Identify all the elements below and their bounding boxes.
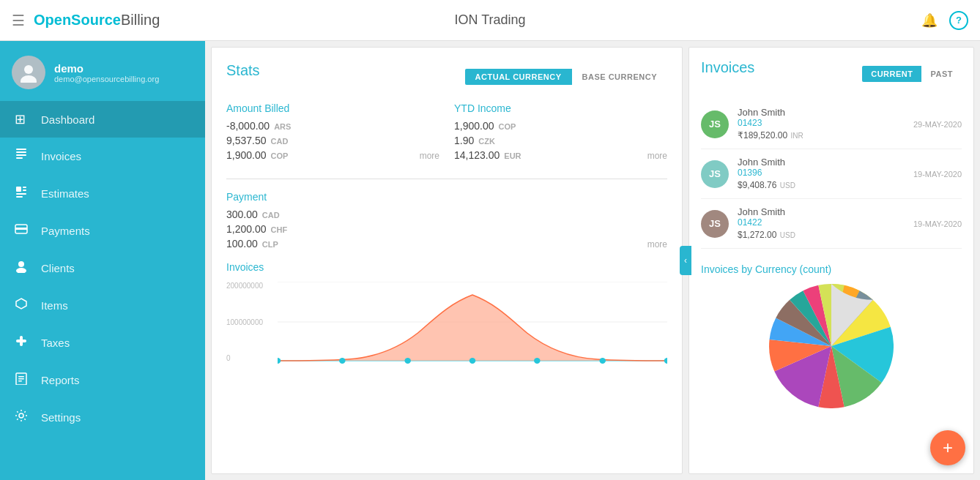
svg-point-30: [534, 358, 541, 364]
amount-billed-title: Amount Billed: [226, 102, 439, 114]
svg-marker-15: [16, 299, 26, 309]
avatar: JS: [701, 110, 729, 138]
main-layout: demo demo@opensourcebilling.org ⊞ Dashbo…: [0, 41, 980, 480]
stat-currency: COP: [271, 151, 289, 160]
collapse-panel-tab[interactable]: ‹: [680, 246, 691, 275]
sidebar-item-invoices[interactable]: Invoices: [0, 138, 205, 175]
stat-row: 9,537.50 CAD: [226, 135, 439, 146]
svg-rect-9: [16, 193, 26, 195]
ytd-income-title: YTD Income: [454, 102, 667, 114]
reports-icon: [15, 372, 35, 389]
svg-rect-8: [23, 190, 26, 191]
stat-row: 1.90 CZK: [454, 135, 667, 146]
settings-icon: [15, 409, 35, 426]
ytd-income-more[interactable]: more: [647, 151, 667, 161]
invoice-amount: ₹189,520.00 INR: [738, 128, 903, 141]
stat-value: 14,123.00: [454, 149, 500, 161]
stat-currency: CAD: [271, 137, 289, 146]
sidebar-item-clients[interactable]: Clients: [0, 250, 205, 287]
base-currency-button[interactable]: BASE CURRENCY: [572, 69, 667, 85]
help-icon[interactable]: ?: [949, 11, 968, 30]
svg-point-31: [599, 358, 606, 364]
pie-chart-title: Invoices by Currency (count): [701, 263, 962, 275]
amount-billed-more[interactable]: more: [420, 151, 439, 161]
stat-value: 1,200.00: [226, 223, 267, 235]
pie-chart-svg: [769, 284, 894, 408]
stat-currency: CLP: [262, 240, 278, 249]
svg-rect-21: [18, 380, 22, 382]
svg-rect-20: [18, 378, 24, 380]
sidebar-item-reports[interactable]: Reports: [0, 361, 205, 399]
ytd-income-section: YTD Income 1,900.00 COP 1.90 CZK 14,123.…: [454, 102, 667, 164]
stats-title: Stats: [226, 62, 260, 79]
app-logo: OpenSourceBilling: [34, 12, 160, 29]
svg-point-0: [24, 65, 33, 74]
svg-rect-12: [15, 228, 27, 230]
sidebar-item-label: Settings: [41, 411, 81, 424]
invoice-number[interactable]: 01423: [738, 118, 903, 128]
sidebar-item-payments[interactable]: Payments: [0, 212, 205, 250]
current-invoices-button[interactable]: CURRENT: [862, 66, 921, 82]
stat-value: 1,900.00: [454, 120, 494, 132]
svg-rect-4: [16, 154, 26, 156]
invoice-date: 19-MAY-2020: [903, 170, 962, 179]
clients-icon: [15, 260, 35, 277]
invoice-client-name: John Smith: [738, 206, 903, 217]
stat-value: -8,000.00: [226, 120, 270, 132]
invoice-info: John Smith 01396 $9,408.76 USD: [738, 157, 903, 191]
y-label-bottom: 0: [226, 354, 263, 362]
stat-row: 1,900.00 COP: [454, 120, 667, 132]
invoice-item[interactable]: JS John Smith 01422 $1,272.00 USD 19-MAY…: [701, 199, 962, 249]
sidebar-profile: demo demo@opensourcebilling.org: [0, 41, 205, 101]
invoice-item[interactable]: JS John Smith 01396 $9,408.76 USD 19-MAY…: [701, 149, 962, 199]
fab-button[interactable]: +: [930, 430, 965, 465]
stats-grid: Amount Billed -8,000.00 ARS 9,537.50 CAD…: [226, 102, 667, 164]
amount-billed-section: Amount Billed -8,000.00 ARS 9,537.50 CAD…: [226, 102, 439, 164]
y-label-top: 200000000: [226, 282, 263, 290]
stat-currency: CZK: [478, 137, 495, 146]
avatar: JS: [701, 160, 729, 188]
stat-currency: ARS: [274, 122, 291, 131]
invoices-panel-title: Invoices: [701, 59, 754, 76]
topnav-actions: 🔔 ?: [921, 11, 968, 30]
actual-currency-button[interactable]: ACTUAL CURRENCY: [465, 69, 572, 85]
sidebar-item-items[interactable]: Items: [0, 287, 205, 324]
notification-icon[interactable]: 🔔: [921, 12, 938, 29]
invoice-item[interactable]: JS John Smith 01423 ₹189,520.00 INR 29-M…: [701, 100, 962, 149]
stat-value: 100.00: [226, 238, 258, 250]
currency-toggle: ACTUAL CURRENCY BASE CURRENCY: [465, 69, 667, 85]
fab-icon: +: [943, 439, 953, 457]
sidebar-item-label: Invoices: [41, 150, 81, 162]
taxes-icon: [15, 334, 35, 351]
past-invoices-button[interactable]: PAST: [921, 66, 962, 82]
invoices-toggle: CURRENT PAST: [862, 66, 962, 82]
svg-point-1: [21, 75, 37, 83]
sidebar-nav: ⊞ Dashboard Invoices Estimates Payments: [0, 101, 205, 480]
sidebar-item-dashboard[interactable]: ⊞ Dashboard: [0, 101, 205, 138]
invoice-currency: USD: [780, 231, 795, 239]
svg-point-14: [16, 268, 26, 273]
top-navigation: ☰ OpenSourceBilling ION Trading 🔔 ?: [0, 0, 980, 41]
svg-rect-6: [16, 187, 21, 192]
menu-icon[interactable]: ☰: [12, 12, 25, 29]
sidebar-item-label: Payments: [41, 225, 90, 237]
sidebar-item-taxes[interactable]: Taxes: [0, 324, 205, 361]
payment-title: Payment: [226, 191, 667, 203]
sidebar-item-estimates[interactable]: Estimates: [0, 175, 205, 212]
invoices-chart-section: Invoices 200000000 100000000 0: [226, 261, 667, 380]
svg-rect-7: [23, 187, 26, 188]
sidebar-item-settings[interactable]: Settings: [0, 399, 205, 436]
pie-chart-section: Invoices by Currency (count): [701, 263, 962, 408]
svg-point-29: [469, 358, 476, 364]
sidebar-item-label: Clients: [41, 262, 75, 274]
avatar: [12, 56, 45, 89]
invoice-amount-value: ₹189,520.00: [738, 130, 787, 140]
sidebar-item-label: Taxes: [41, 337, 70, 349]
invoice-number[interactable]: 01422: [738, 217, 903, 228]
payment-more[interactable]: more: [647, 239, 667, 250]
invoice-amount: $9,408.76 USD: [738, 178, 903, 191]
svg-rect-19: [18, 376, 24, 378]
invoice-date: 19-MAY-2020: [903, 220, 962, 228]
stat-currency: COP: [499, 122, 516, 131]
invoice-number[interactable]: 01396: [738, 168, 903, 178]
